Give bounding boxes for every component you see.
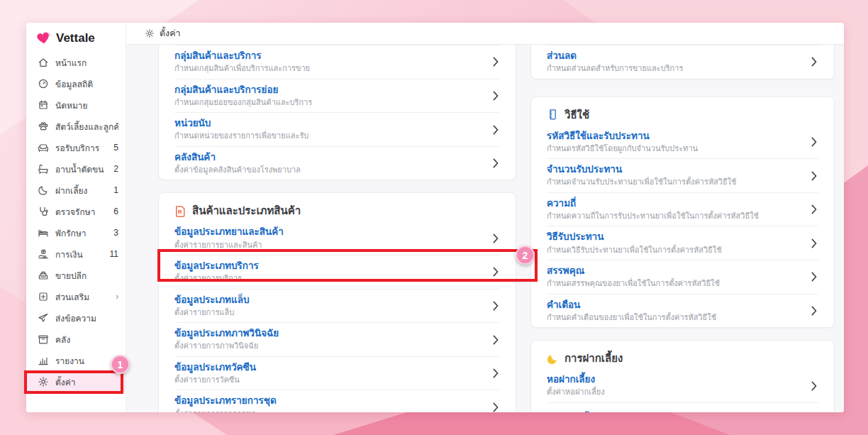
settings-link-row[interactable]: ข้อมูลประเภทภาพวินิจฉัยตั้งค่ารายการภาพว…	[174, 322, 500, 356]
settings-link-title: สรรพคุณ	[547, 265, 804, 277]
sidebar-item-12[interactable]: ส่งข้อความ	[26, 307, 126, 329]
sidebar-item-10[interactable]: ขายปลีก	[26, 265, 126, 286]
sidebar-item-6[interactable]: ฝากเลี้ยง1	[26, 180, 126, 201]
chevron-right-icon	[493, 301, 499, 311]
settings-card-2-3: การฝากเลี้ยงหอฝากเลี้ยงตั้งค่าหอฝากเลี้ย…	[530, 340, 835, 412]
sidebar-item-label: ตั้งค่า	[55, 375, 75, 389]
settings-card-2-1: ส่วนลดกำหนดส่วนลดสำหรับการขายและบริการ	[530, 45, 835, 79]
settings-link-title: ข้อมูลประเภทแล็บ	[174, 294, 486, 307]
chevron-right-icon	[493, 335, 499, 345]
brand-logo[interactable]: Vettale	[26, 23, 126, 52]
sidebar-item-1[interactable]: ข้อมูลสถิติ	[26, 73, 126, 94]
settings-link-desc: กำหนดหน่วยของรายการเพื่อขายและรับ	[174, 131, 486, 141]
settings-link-row[interactable]: สรรพคุณกำหนดสรรพคุณของยาเพื่อใช้ในการตั้…	[547, 260, 818, 294]
settings-link-desc: ตั้งค่าหอฝากเลี้ยง	[547, 387, 804, 397]
sidebar-item-14[interactable]: รายงาน	[26, 350, 126, 371]
sidebar-item-count: 5	[113, 143, 118, 153]
report-chart-icon	[38, 355, 49, 366]
settings-link-row[interactable]: หน่วยนับกำหนดหน่วยของรายการเพื่อขายและรั…	[174, 112, 500, 146]
chevron-right-icon	[811, 204, 817, 214]
content-column-2: ส่วนลดกำหนดส่วนลดสำหรับการขายและบริการวิ…	[530, 45, 835, 412]
sidebar-item-9[interactable]: การเงิน11	[26, 243, 126, 265]
settings-link-row[interactable]: ข้อมูลประเภทแล็บตั้งค่ารายการแล็บ	[174, 289, 500, 323]
settings-link-row[interactable]: วิธีรับประทานกำหนดวิธีรับประทานยาเพื่อใช…	[547, 226, 818, 260]
boarding-moon-icon	[38, 185, 49, 196]
sidebar-item-label: สัตว์เลี้ยงและลูกค้า	[55, 120, 118, 133]
settings-link-row[interactable]: กลุ่มสินค้าและบริการย่อยกำหนดกลุ่มย่อยขอ…	[174, 79, 500, 113]
settings-link-title: คำเตือน	[547, 299, 804, 312]
calendar-icon	[38, 99, 49, 111]
settings-link-desc: กำหนดสรรพคุณของยาเพื่อใช้ในการตั้งค่ารหั…	[547, 278, 804, 289]
sidebar-item-13[interactable]: คลัง	[26, 329, 126, 350]
settings-link-row[interactable]: ข้อมูลประเภทวัคซีนตั้งค่ารายการวัคซีน	[174, 356, 500, 390]
settings-link-desc: ตั้งค่ารายการภาพวินิจฉัย	[174, 341, 486, 351]
sidebar-item-8[interactable]: พักรักษา3	[26, 222, 126, 243]
settings-link-text: หน่วยนับกำหนดหน่วยของรายการเพื่อขายและรั…	[174, 117, 486, 142]
main-area: ตั้งค่า กลุ่มสินค้าและบริการกำหนดกลุ่มสิ…	[126, 23, 844, 412]
settings-link-row[interactable]: ข้อมูลประเภทบริการตั้งค่ารายการบริการ	[174, 255, 500, 289]
settings-link-desc: ตั้งค่ารายการยาและสินค้า	[174, 240, 486, 250]
sidebar-item-label: อาบน้ำตัดขน	[55, 163, 104, 176]
settings-link-desc: กำหนดความถี่ในการรับประทานยาเพื่อใช้ในกา…	[547, 211, 804, 221]
settings-link-desc: ตั้งค่าข้อมูลคลังสินค้าของโรงพยาบาล	[174, 165, 486, 175]
settings-link-row[interactable]: ความถี่กำหนดความถี่ในการรับประทานยาเพื่อ…	[547, 192, 818, 226]
sidebar-item-7[interactable]: ตรวจรักษา6	[26, 201, 126, 222]
settings-link-row[interactable]: ข้อมูลประเภทรายการชุดตั้งค่ารายการรายการ…	[174, 390, 500, 412]
chevron-right-icon	[811, 171, 817, 181]
sidebar-item-15[interactable]: ตั้งค่า	[26, 371, 126, 392]
sidebar-item-label: ส่งข้อความ	[55, 312, 96, 325]
settings-link-row[interactable]: ส่วนลดกำหนดส่วนลดสำหรับการขายและบริการ	[547, 45, 818, 79]
grooming-bath-icon	[38, 163, 49, 175]
stethoscope-icon	[38, 206, 49, 217]
chevron-right-icon	[493, 158, 499, 168]
settings-link-row[interactable]: กรงฝากเลี้ยง	[547, 402, 818, 412]
sidebar-item-5[interactable]: อาบน้ำตัดขน2	[26, 158, 126, 180]
sidebar-item-11[interactable]: ส่วนเสริม›	[26, 286, 126, 307]
sidebar-item-label: ตรวจรักษา	[55, 205, 95, 219]
settings-link-desc: กำหนดรหัสวิธีใช้โดยผูกกับจำนวนรับประทาน	[547, 143, 804, 154]
settings-link-title: ความถี่	[547, 197, 804, 210]
settings-link-text: ข้อมูลประเภทแล็บตั้งค่ารายการแล็บ	[174, 294, 486, 319]
svg-text:R: R	[178, 209, 182, 215]
settings-link-title: ข้อมูลประเภทรายการชุด	[174, 395, 486, 407]
brand-name: Vettale	[56, 31, 95, 45]
chevron-right-icon	[493, 368, 499, 378]
settings-link-title: กลุ่มสินค้าและบริการ	[174, 50, 486, 62]
waiting-couch-icon	[38, 142, 49, 153]
content-column-1: กลุ่มสินค้าและบริการกำหนดกลุ่มสินค้าเพื่…	[158, 45, 516, 412]
chevron-right-icon	[493, 91, 499, 101]
settings-link-title: ข้อมูลประเภทบริการ	[174, 260, 486, 272]
gear-icon	[145, 28, 155, 38]
sidebar-item-3[interactable]: สัตว์เลี้ยงและลูกค้า	[26, 116, 126, 137]
app-window: Vettale หน้าแรกข้อมูลสถิตินัดหมายสัตว์เล…	[26, 23, 844, 412]
settings-link-row[interactable]: จำนวนรับประทานกำหนดจำนวนรับประทานยาเพื่อ…	[547, 158, 818, 192]
settings-link-row[interactable]: คลังสินค้าตั้งค่าข้อมูลคลังสินค้าของโรงพ…	[174, 146, 500, 180]
settings-link-row[interactable]: กลุ่มสินค้าและบริการกำหนดกลุ่มสินค้าเพื่…	[174, 45, 500, 79]
sidebar-item-0[interactable]: หน้าแรก	[26, 52, 126, 73]
sidebar-nav: หน้าแรกข้อมูลสถิตินัดหมายสัตว์เลี้ยงและล…	[26, 52, 126, 392]
inpatient-bed-icon	[38, 227, 49, 238]
settings-link-text: ข้อมูลประเภทวัคซีนตั้งค่ารายการวัคซีน	[174, 361, 486, 386]
sidebar-item-count: 3	[113, 228, 118, 238]
moon-icon	[547, 353, 559, 365]
sidebar-item-2[interactable]: นัดหมาย	[26, 94, 126, 116]
chevron-right-icon	[811, 137, 817, 147]
settings-link-text: กลุ่มสินค้าและบริการกำหนดกลุ่มสินค้าเพื่…	[174, 50, 486, 75]
settings-link-desc: ตั้งค่ารายการรายการชุด	[174, 409, 486, 412]
settings-link-row[interactable]: รหัสวิธีใช้และรับประทานกำหนดรหัสวิธีใช้โ…	[547, 126, 818, 159]
settings-link-title: ข้อมูลประเภทภาพวินิจฉัย	[174, 327, 486, 340]
settings-link-desc: กำหนดส่วนลดสำหรับการขายและบริการ	[547, 63, 804, 74]
card-title: สินค้าและประเภทสินค้า	[192, 202, 301, 219]
settings-link-text: ข้อมูลประเภทบริการตั้งค่ารายการบริการ	[174, 260, 486, 285]
settings-link-row[interactable]: คำเตือนกำหนดคำเตือนของยาเพื่อใช้ในการตั้…	[547, 294, 818, 328]
settings-link-row[interactable]: หอฝากเลี้ยงตั้งค่าหอฝากเลี้ยง	[547, 369, 818, 402]
chevron-right-icon	[493, 57, 499, 67]
settings-link-text: ข้อมูลประเภทรายการชุดตั้งค่ารายการรายการ…	[174, 395, 486, 412]
sidebar-item-label: รอรับบริการ	[55, 141, 99, 155]
chevron-right-icon: ›	[116, 292, 118, 301]
sidebar-item-4[interactable]: รอรับบริการ5	[26, 137, 126, 158]
settings-link-row[interactable]: ข้อมูลประเภทยาและสินค้าตั้งค่ารายการยาแล…	[174, 221, 500, 255]
retail-register-icon	[38, 270, 49, 281]
home-icon	[38, 57, 49, 68]
settings-link-text: คำเตือนกำหนดคำเตือนของยาเพื่อใช้ในการตั้…	[547, 299, 804, 324]
